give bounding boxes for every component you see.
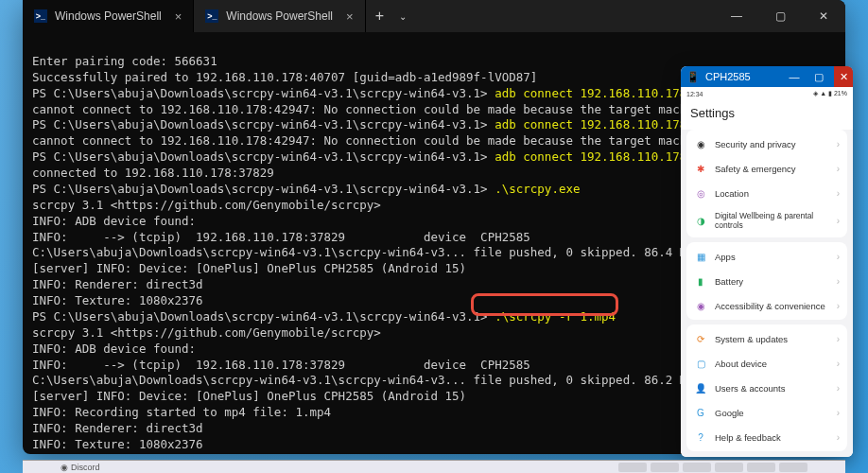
tab-label: Windows PowerShell <box>55 9 162 23</box>
maximize-button[interactable]: ▢ <box>758 0 802 32</box>
term-cmd: .\scrcpy -r 1.mp4 <box>495 309 616 324</box>
scrcpy-close-button[interactable]: ✕ <box>834 66 853 87</box>
taskbar-item[interactable] <box>779 463 807 472</box>
taskbar-item[interactable] <box>747 463 775 472</box>
settings-item-system[interactable]: ⟳ System & updates › <box>686 326 847 351</box>
scrcpy-window: 📱 CPH2585 — ▢ ✕ 12:34 ◈ ▲ ▮ 21% Settings… <box>681 66 853 457</box>
taskbar-item[interactable] <box>715 463 743 472</box>
term-line: PS C:\Users\abuja\Downloads\scrcpy-win64… <box>32 149 495 164</box>
taskbar-item[interactable] <box>683 463 711 472</box>
item-label: Users & accounts <box>715 383 829 394</box>
powershell-icon: >_ <box>34 9 47 23</box>
settings-item-users[interactable]: 👤 Users & accounts › <box>686 376 847 400</box>
term-line: cannot connect to 192.168.110.178:42947:… <box>32 102 751 116</box>
item-label: Battery <box>715 276 829 287</box>
chevron-right-icon: › <box>837 139 840 149</box>
settings-item-about[interactable]: ▢ About device › <box>686 351 847 376</box>
term-line: INFO: Texture: 1080x2376 <box>32 437 203 451</box>
close-button[interactable]: ✕ <box>802 0 845 32</box>
item-label: System & updates <box>715 334 829 344</box>
windows-taskbar[interactable]: ◉ Discord <box>23 460 845 473</box>
shield-icon: ◉ <box>694 137 707 150</box>
item-label: Security and privacy <box>715 139 829 149</box>
term-line: INFO: Renderer: direct3d <box>32 277 203 291</box>
phone-model-icon: 📱 <box>686 71 700 83</box>
term-cmd: .\scrcpy.exe <box>495 182 580 196</box>
settings-card: ⟳ System & updates › ▢ About device › 👤 … <box>686 324 847 451</box>
new-tab-button[interactable]: + <box>366 8 393 25</box>
tab-powershell-1[interactable]: >_ Windows PowerShell × <box>23 0 194 32</box>
term-line: [server] INFO: Device: [OnePlus] OnePlus… <box>32 389 466 403</box>
google-icon: G <box>694 406 707 419</box>
status-icons: ◈ ▲ ▮ 21% <box>813 90 847 97</box>
term-line: INFO: --> (tcpip) 192.168.110.178:37829 … <box>32 230 530 244</box>
taskbar-item[interactable] <box>618 463 647 472</box>
term-line: INFO: Renderer: direct3d <box>32 421 203 435</box>
item-label: Accessibility & convenience <box>715 301 829 311</box>
minimize-button[interactable]: — <box>715 0 758 32</box>
chevron-right-icon: › <box>837 216 840 226</box>
item-label: Google <box>715 408 829 418</box>
term-line: scrcpy 3.1 <https://github.com/Genymobil… <box>32 325 381 340</box>
term-line: Successfully paired to 192.168.110.178:4… <box>32 70 537 84</box>
powershell-icon: >_ <box>205 9 218 23</box>
settings-item-google[interactable]: G Google › <box>686 400 847 425</box>
term-line: scrcpy 3.1 <https://github.com/Genymobil… <box>32 198 381 212</box>
term-line: [server] INFO: Device: [OnePlus] OnePlus… <box>32 261 466 275</box>
term-line: PS C:\Users\abuja\Downloads\scrcpy-win64… <box>32 86 495 100</box>
emergency-icon: ✱ <box>694 162 707 175</box>
settings-item-accessibility[interactable]: ◉ Accessibility & convenience › <box>686 293 847 318</box>
scrcpy-maximize-button[interactable]: ▢ <box>809 71 828 83</box>
accessibility-icon: ◉ <box>694 299 707 312</box>
settings-item-apps[interactable]: ▦ Apps › <box>686 244 847 269</box>
term-line: cannot connect to 192.168.110.178:42947:… <box>32 133 751 148</box>
taskbar-item[interactable] <box>651 463 679 472</box>
window-titlebar: >_ Windows PowerShell × >_ Windows Power… <box>23 0 845 32</box>
location-icon: ◎ <box>694 186 707 200</box>
chevron-right-icon: › <box>837 432 840 443</box>
term-line: INFO: Texture: 1080x2376 <box>32 293 203 307</box>
users-icon: 👤 <box>694 381 707 394</box>
phone-screen[interactable]: 12:34 ◈ ▲ ▮ 21% Settings ◉ Security and … <box>681 87 853 457</box>
status-time: 12:34 <box>686 91 703 97</box>
settings-item-safety[interactable]: ✱ Safety & emergency › <box>686 156 847 181</box>
tab-label: Windows PowerShell <box>226 9 333 23</box>
item-label: Safety & emergency <box>715 164 829 174</box>
about-icon: ▢ <box>694 357 707 370</box>
term-line: INFO: ADB device found: <box>32 214 196 228</box>
tab-close-icon[interactable]: × <box>346 9 354 24</box>
term-line: PS C:\Users\abuja\Downloads\scrcpy-win64… <box>32 182 495 196</box>
tab-close-icon[interactable]: × <box>175 9 182 24</box>
settings-header: Settings <box>681 100 853 130</box>
item-label: Apps <box>715 252 829 262</box>
settings-item-help[interactable]: ? Help & feedback › <box>686 425 847 449</box>
system-icon: ⟳ <box>694 332 707 345</box>
tab-powershell-2[interactable]: >_ Windows PowerShell × <box>194 0 365 32</box>
scrcpy-titlebar: 📱 CPH2585 — ▢ ✕ <box>681 66 853 87</box>
scrcpy-minimize-button[interactable]: — <box>785 71 804 82</box>
term-line: PS C:\Users\abuja\Downloads\scrcpy-win64… <box>32 117 495 131</box>
item-label: About device <box>715 359 829 369</box>
chevron-right-icon: › <box>837 408 840 418</box>
chevron-right-icon: › <box>837 301 840 311</box>
settings-item-wellbeing[interactable]: ◑ Digital Wellbeing & parental controls … <box>686 205 847 236</box>
discord-icon: ◉ <box>61 463 68 472</box>
settings-item-privacy[interactable]: ◉ Security and privacy › <box>686 131 847 156</box>
term-line: INFO: --> (tcpip) 192.168.110.178:37829 … <box>32 358 530 372</box>
chevron-right-icon: › <box>837 334 840 344</box>
help-icon: ? <box>694 430 707 444</box>
term-line: connected to 192.168.110.178:37829 <box>32 166 274 180</box>
chevron-right-icon: › <box>837 252 840 262</box>
term-line: INFO: Recording started to mp4 file: 1.m… <box>32 405 331 419</box>
term-line: PS C:\Users\abuja\Downloads\scrcpy-win64… <box>32 309 495 324</box>
settings-card: ◉ Security and privacy › ✱ Safety & emer… <box>686 130 847 237</box>
settings-item-location[interactable]: ◎ Location › <box>686 181 847 205</box>
chevron-right-icon: › <box>837 188 840 199</box>
term-line: INFO: ADB device found: <box>32 342 196 356</box>
settings-item-battery[interactable]: ▮ Battery › <box>686 269 847 293</box>
chevron-right-icon: › <box>837 164 840 174</box>
chevron-right-icon: › <box>837 276 840 287</box>
apps-icon: ▦ <box>694 250 707 263</box>
tab-dropdown-icon[interactable]: ⌄ <box>393 11 412 22</box>
discord-taskbar-item[interactable]: ◉ Discord <box>61 463 100 472</box>
